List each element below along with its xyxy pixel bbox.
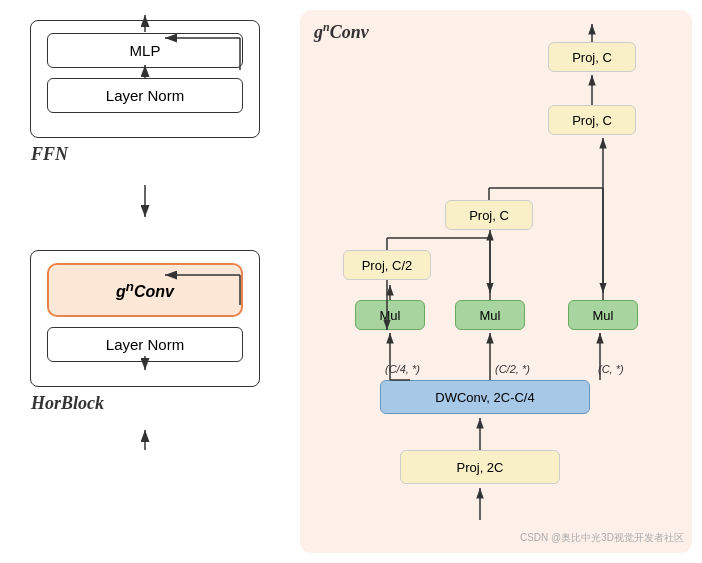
dwconv-box: DWConv, 2C-C/4 [380,380,590,414]
label-c-right: (C, *) [598,363,624,375]
gconv-text: gnConv [116,283,174,300]
proj-c-top-box: Proj, C [548,105,636,135]
main-container: MLP Layer Norm FFN gnConv Layer Norm Hor… [0,0,702,563]
horblock-label: HorBlock [31,393,104,414]
ffn-label: FFN [31,144,68,165]
ffn-group: MLP Layer Norm FFN [30,20,260,138]
watermark: CSDN @奥比中光3D视觉开发者社区 [520,531,684,545]
horblock-group: gnConv Layer Norm HorBlock [30,250,260,387]
layer-norm-top-box: Layer Norm [47,78,243,113]
mul3-box: Mul [568,300,638,330]
mul2-box: Mul [455,300,525,330]
layer-norm-bottom-box: Layer Norm [47,327,243,362]
proj-c2-box: Proj, C/2 [343,250,431,280]
gconv-box: gnConv [47,263,243,317]
proj-2c-box: Proj, 2C [400,450,560,484]
label-c2-mid: (C/2, *) [495,363,530,375]
left-panel: MLP Layer Norm FFN gnConv Layer Norm Hor… [10,10,290,550]
mul1-box: Mul [355,300,425,330]
mlp-box: MLP [47,33,243,68]
right-panel: gnConv Proj, 2C DWConv, 2C-C/4 Mul Proj,… [300,10,692,553]
gconv-title: gnConv [310,20,682,43]
label-c4-left: (C/4, *) [385,363,420,375]
proj-final-box: Proj, C [548,42,636,72]
proj-c-mid-box: Proj, C [445,200,533,230]
